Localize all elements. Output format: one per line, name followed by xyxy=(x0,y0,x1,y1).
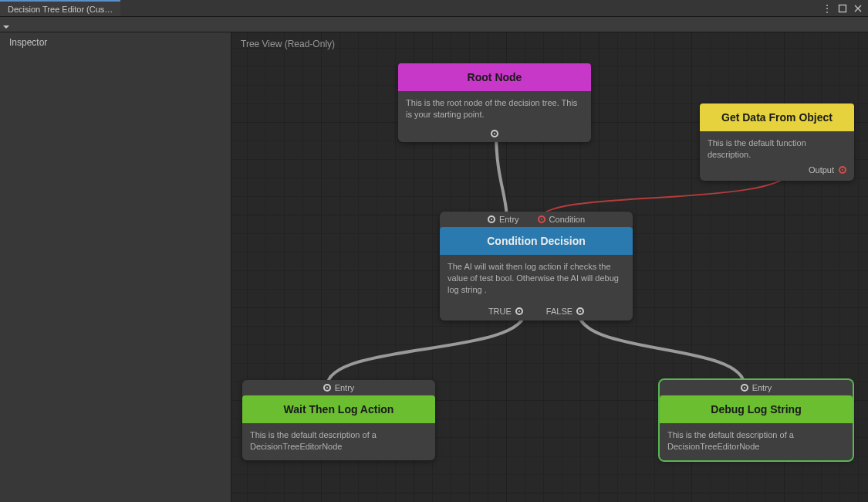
window-tab-label: Decision Tree Editor (Cus… xyxy=(8,5,113,14)
node-wait-log-entry-port[interactable]: Entry xyxy=(323,383,355,392)
port-label-entry: Entry xyxy=(752,383,772,392)
close-icon[interactable] xyxy=(853,3,863,14)
port-label-false: FALSE xyxy=(546,307,572,316)
node-root-description: This is the root node of the decision tr… xyxy=(398,91,591,128)
dropdown-caret-icon[interactable] xyxy=(3,22,9,28)
node-get-data[interactable]: Get Data From Object This is the default… xyxy=(700,103,854,181)
node-wait-log-title: Wait Then Log Action xyxy=(242,395,435,423)
kebab-menu-icon[interactable]: ⋮ xyxy=(822,3,833,14)
toolbar xyxy=(0,17,868,32)
node-condition-condition-port[interactable]: Condition xyxy=(538,215,585,224)
node-get-data-output-port[interactable] xyxy=(839,166,846,174)
node-condition[interactable]: Entry Condition Condition Decision The A… xyxy=(440,212,633,321)
node-condition-true-port[interactable]: TRUE xyxy=(488,307,523,316)
node-wait-log-description: This is the default description of a Dec… xyxy=(242,423,435,460)
node-debug-log-entry-port[interactable]: Entry xyxy=(741,383,772,392)
port-label-true: TRUE xyxy=(488,307,512,316)
node-debug-log[interactable]: Entry Debug Log String This is the defau… xyxy=(660,380,853,460)
node-condition-false-port[interactable]: FALSE xyxy=(546,307,584,316)
node-root-title: Root Node xyxy=(398,63,591,91)
node-debug-log-title: Debug Log String xyxy=(660,395,853,423)
svg-rect-0 xyxy=(839,5,846,12)
titlebar: Decision Tree Editor (Cus… ⋮ xyxy=(0,0,868,17)
port-label-condition: Condition xyxy=(549,215,585,224)
node-get-data-title: Get Data From Object xyxy=(700,103,854,131)
node-condition-entry-port[interactable]: Entry xyxy=(488,215,519,224)
node-condition-title: Condition Decision xyxy=(440,227,633,255)
node-wait-log[interactable]: Entry Wait Then Log Action This is the d… xyxy=(242,380,435,460)
graph-canvas[interactable]: Tree View (Read-Only) Root Node This is … xyxy=(231,32,868,502)
node-get-data-description: This is the default function description… xyxy=(700,131,854,162)
node-root[interactable]: Root Node This is the root node of the d… xyxy=(398,63,591,142)
window-tab[interactable]: Decision Tree Editor (Cus… xyxy=(0,0,120,16)
inspector-panel: Inspector xyxy=(0,32,231,502)
node-condition-description: The AI will wait then log action if chec… xyxy=(440,255,633,304)
node-root-out-port[interactable] xyxy=(491,130,498,137)
node-get-data-output-label: Output xyxy=(809,165,834,175)
canvas-mode-label: Tree View (Read-Only) xyxy=(241,39,335,49)
inspector-title: Inspector xyxy=(0,32,231,53)
node-debug-log-description: This is the default description of a Dec… xyxy=(660,423,853,460)
port-label-entry: Entry xyxy=(335,383,355,392)
port-label-entry: Entry xyxy=(499,215,519,224)
maximize-icon[interactable] xyxy=(837,3,848,14)
